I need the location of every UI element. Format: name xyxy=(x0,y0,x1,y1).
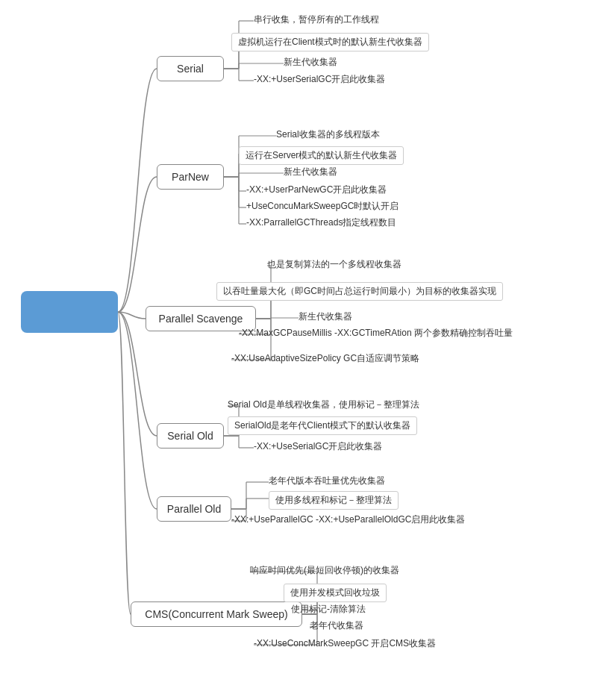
leaf-parallel_old: -XX:+UseParallelGC -XX:+UseParallelOldGC… xyxy=(231,513,465,526)
branch-parnew: ParNew xyxy=(157,164,224,190)
leaf-parnew: 新生代收集器 xyxy=(284,166,337,178)
branch-label-serial_old: Serial Old xyxy=(167,430,213,442)
leaf-parnew: +UseConcuMarkSweepGC时默认开启 xyxy=(246,200,399,213)
leaf-serial_old: Serial Old是单线程收集器，使用标记－整理算法 xyxy=(228,399,419,411)
leaf-serial: 虚拟机运行在Client模式时的默认新生代收集器 xyxy=(231,33,429,51)
branch-cms: CMS(Concurrent Mark Sweep) xyxy=(131,601,302,627)
leaf-parnew: Serial收集器的多线程版本 xyxy=(276,128,380,141)
branch-label-cms: CMS(Concurrent Mark Sweep) xyxy=(145,608,287,620)
leaf-serial: 新生代收集器 xyxy=(284,56,337,69)
root-node xyxy=(21,291,118,333)
leaf-parallel_old: 使用多线程和标记－整理算法 xyxy=(269,491,399,510)
branch-label-serial: Serial xyxy=(177,63,204,75)
leaf-cms: 使用并发模式回收垃圾 xyxy=(284,584,387,602)
branch-serial_old: Serial Old xyxy=(157,423,224,449)
leaf-cms: 响应时间优先(最短回收停顿)的收集器 xyxy=(250,564,399,577)
branch-label-parallel_scavenge: Parallel Scavenge xyxy=(159,313,243,325)
leaf-parallel_scavenge: 也是复制算法的一个多线程收集器 xyxy=(267,258,401,271)
leaf-serial: 串行收集，暂停所有的工作线程 xyxy=(254,13,379,26)
mindmap-container: Serial串行收集，暂停所有的工作线程虚拟机运行在Client模式时的默认新生… xyxy=(0,0,600,700)
branch-label-parnew: ParNew xyxy=(172,171,209,183)
leaf-parnew: -XX:ParrallelGCThreads指定线程数目 xyxy=(246,216,396,229)
leaf-parallel_old: 老年代版本吞吐量优先收集器 xyxy=(269,475,385,487)
leaf-parallel_scavenge: 以吞吐量最大化（即GC时间占总运行时间最小）为目标的收集器实现 xyxy=(216,282,503,301)
leaf-serial_old: -XX:+UseSerialGC开启此收集器 xyxy=(254,440,382,453)
leaf-cms: 使用标记-清除算法 xyxy=(291,603,366,616)
leaf-parallel_scavenge: 新生代收集器 xyxy=(299,310,352,323)
leaf-parnew: 运行在Server模式的默认新生代收集器 xyxy=(239,146,404,165)
leaf-serial: -XX:+UserSerialGC开启此收集器 xyxy=(254,73,385,86)
leaf-cms: 老年代收集器 xyxy=(310,619,363,632)
leaf-parallel_scavenge: -XX:MaxGCPauseMillis -XX:GCTimeRAtion 两个… xyxy=(239,327,513,340)
leaf-serial_old: SerialOld是老年代Client模式下的默认收集器 xyxy=(228,416,417,435)
leaf-parnew: -XX:+UserParNewGC开启此收集器 xyxy=(246,184,387,196)
branch-parallel_old: Parallel Old xyxy=(157,496,231,522)
leaf-parallel_scavenge: -XX:UseAdaptiveSizePolicy GC自适应调节策略 xyxy=(231,352,419,365)
leaf-cms: -XX:UseConcMarkSweepGC 开启CMS收集器 xyxy=(254,637,436,650)
branch-label-parallel_old: Parallel Old xyxy=(167,503,221,515)
branch-serial: Serial xyxy=(157,56,224,81)
